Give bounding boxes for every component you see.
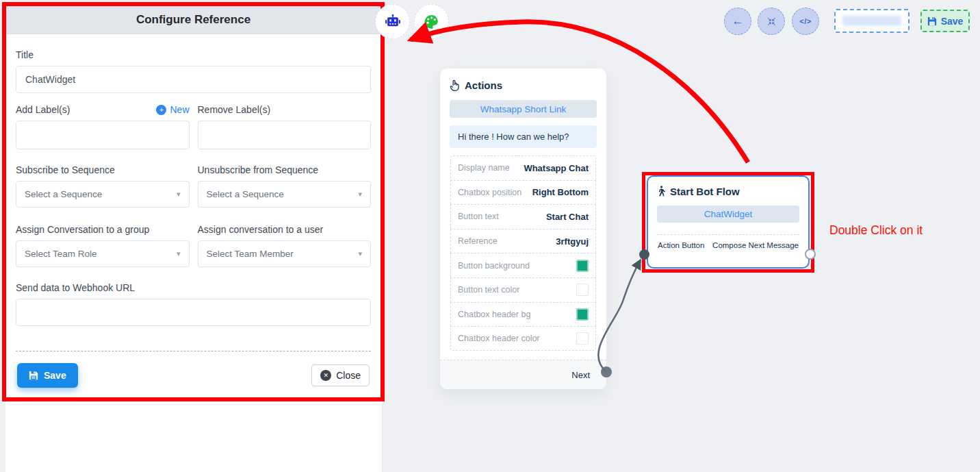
- back-button[interactable]: ←: [724, 8, 751, 35]
- unsubscribe-label: Unsubscribe from Sequence: [198, 164, 372, 175]
- annotation-text: Double Click on it: [829, 223, 923, 238]
- compose-next-message-port-label: Compose Next Message: [712, 241, 799, 249]
- configure-reference-modal: Configure Reference Title ChatWidget Add…: [2, 2, 385, 401]
- new-label-link[interactable]: + New: [156, 104, 189, 115]
- compress-icon: [766, 16, 777, 27]
- color-swatch[interactable]: [576, 284, 589, 296]
- title-label: Title: [16, 49, 371, 60]
- back-arrow-icon: ←: [732, 14, 744, 28]
- color-swatch[interactable]: [576, 332, 589, 345]
- actions-card-footer: Next: [440, 360, 606, 389]
- subscribe-select-value: Select a Sequence: [25, 189, 102, 199]
- code-view-button[interactable]: </>: [792, 8, 819, 35]
- plus-circle-icon: +: [156, 105, 166, 115]
- bot-settings-button[interactable]: [375, 4, 410, 39]
- walking-person-icon: [657, 186, 665, 197]
- chevron-down-icon: ▾: [358, 249, 362, 258]
- config-row-reference: Reference 3rftgyuj: [450, 229, 596, 253]
- code-icon: </>: [799, 17, 811, 25]
- subscribe-select[interactable]: Select a Sequence ▾: [16, 181, 190, 208]
- unsubscribe-select[interactable]: Select a Sequence ▾: [198, 181, 372, 208]
- start-bot-flow-node[interactable]: Start Bot Flow ChatWidget Action Button …: [647, 175, 810, 269]
- actions-card-title: Actions: [465, 79, 502, 91]
- flow-name-input[interactable]: [834, 9, 910, 33]
- modal-save-button[interactable]: Save: [17, 363, 78, 388]
- config-row-button-text: Button text Start Chat: [450, 204, 596, 229]
- whatsapp-short-link-label: Whatsapp Short Link: [480, 104, 566, 114]
- floppy-disk-icon: [29, 371, 38, 380]
- assign-group-label: Assign Conversation to a group: [16, 224, 190, 235]
- row-label: Chatbox header color: [458, 334, 540, 343]
- row-label: Reference: [458, 236, 498, 246]
- row-label: Chatbox header bg: [458, 310, 530, 319]
- floppy-disk-icon: [927, 16, 937, 26]
- chevron-down-icon: ▾: [177, 249, 181, 258]
- assign-user-label: Assign conversation to a user: [198, 224, 372, 235]
- chevron-down-icon: ▾: [177, 190, 181, 199]
- modal-header: Configure Reference: [6, 6, 381, 34]
- color-swatch[interactable]: [576, 260, 589, 272]
- title-input-value: ChatWidget: [25, 74, 75, 85]
- chevron-down-icon: ▾: [358, 190, 362, 199]
- flow-save-label: Save: [941, 16, 964, 27]
- row-label: Chatbox position: [458, 188, 521, 197]
- webhook-label: Send data to Webhook URL: [16, 282, 371, 293]
- blurred-flow-name: [842, 16, 901, 26]
- row-value: Right Bottom: [532, 187, 589, 197]
- remove-labels-label: Remove Label(s): [198, 104, 271, 115]
- add-labels-input[interactable]: [16, 121, 190, 149]
- title-input[interactable]: ChatWidget: [16, 66, 371, 93]
- remove-labels-input[interactable]: [198, 121, 372, 149]
- assign-user-select-value: Select Team Member: [207, 249, 294, 259]
- flow-save-button[interactable]: Save: [920, 10, 970, 32]
- greeting-message-bubble: Hi there ! How can we help?: [450, 125, 597, 148]
- modal-save-label: Save: [44, 370, 66, 381]
- assign-group-select-value: Select Team Role: [25, 249, 97, 259]
- node-title: Start Bot Flow: [670, 186, 740, 197]
- side-panel-extension: [5, 390, 383, 472]
- row-value: 3rftgyuj: [556, 236, 589, 247]
- modal-body: Title ChatWidget Add Label(s) + New: [6, 34, 381, 388]
- robot-icon: [385, 14, 401, 29]
- add-labels-label: Add Label(s): [16, 104, 70, 115]
- row-label: Button text: [458, 212, 499, 221]
- next-output-port[interactable]: [601, 367, 612, 377]
- close-icon: ✕: [320, 370, 331, 381]
- node-chatwidget-label: ChatWidget: [704, 209, 753, 219]
- row-label: Display name: [458, 163, 510, 173]
- compose-next-message-output-port[interactable]: [805, 249, 816, 260]
- action-button-port-label: Action Button: [658, 241, 704, 249]
- next-port-label: Next: [571, 370, 590, 380]
- row-value: Start Chat: [546, 212, 589, 222]
- modal-close-button[interactable]: ✕ Close: [311, 364, 370, 386]
- config-row-display-name: Display name Whatsapp Chat: [450, 156, 596, 180]
- palette-icon: [424, 14, 439, 29]
- hand-pointer-icon: [450, 79, 460, 91]
- subscribe-label: Subscribe to Sequence: [16, 164, 190, 175]
- config-row-chatbox-header-color: Chatbox header color: [450, 326, 596, 351]
- new-link-text: New: [170, 104, 189, 115]
- config-row-chatbox-header-bg: Chatbox header bg: [450, 302, 596, 327]
- assign-group-select[interactable]: Select Team Role ▾: [16, 240, 190, 267]
- row-label: Button text color: [458, 285, 519, 295]
- theme-palette-button[interactable]: [414, 4, 449, 39]
- assign-user-select[interactable]: Select Team Member ▾: [198, 240, 372, 267]
- config-row-button-text-color: Button text color: [450, 277, 596, 302]
- whatsapp-short-link-button[interactable]: Whatsapp Short Link: [450, 100, 597, 118]
- row-label: Button background: [458, 261, 530, 271]
- modal-title: Configure Reference: [136, 13, 250, 27]
- color-swatch[interactable]: [576, 308, 589, 321]
- action-button-input-port[interactable]: [639, 249, 649, 260]
- actions-node-card: Actions Whatsapp Short Link Hi there ! H…: [440, 69, 606, 389]
- row-value: Whatsapp Chat: [524, 163, 589, 173]
- config-row-button-background: Button background: [450, 253, 596, 277]
- node-chatwidget-button[interactable]: ChatWidget: [657, 206, 799, 223]
- config-row-chatbox-position: Chatbox position Right Bottom: [450, 180, 596, 205]
- modal-close-label: Close: [336, 370, 361, 381]
- fit-view-button[interactable]: [758, 8, 785, 35]
- flow-builder-canvas: Configure Reference Title ChatWidget Add…: [0, 0, 980, 472]
- webhook-input[interactable]: [16, 299, 371, 326]
- config-rows: Display name Whatsapp Chat Chatbox posit…: [450, 155, 597, 351]
- unsubscribe-select-value: Select a Sequence: [207, 189, 284, 199]
